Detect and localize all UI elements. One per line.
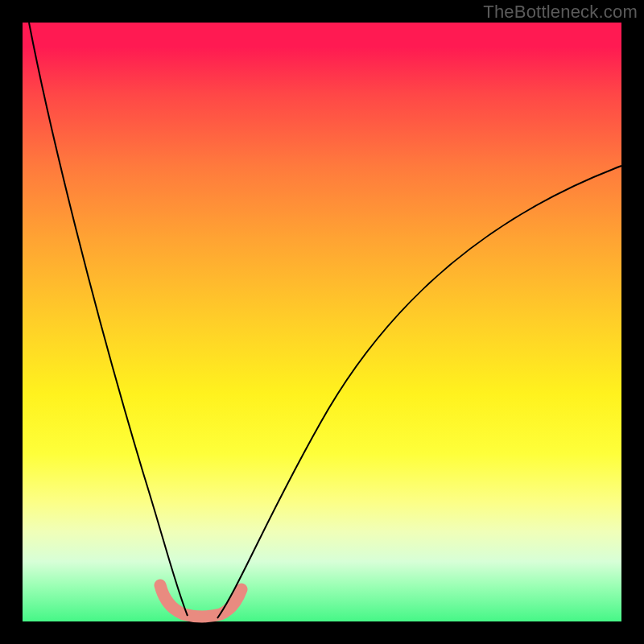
chart-svg <box>23 23 621 621</box>
watermark-text: TheBottleneck.com <box>483 2 638 23</box>
curve-left <box>29 23 188 616</box>
highlight-band <box>160 585 242 617</box>
chart-plot-area <box>23 23 621 621</box>
curve-right <box>217 166 621 618</box>
